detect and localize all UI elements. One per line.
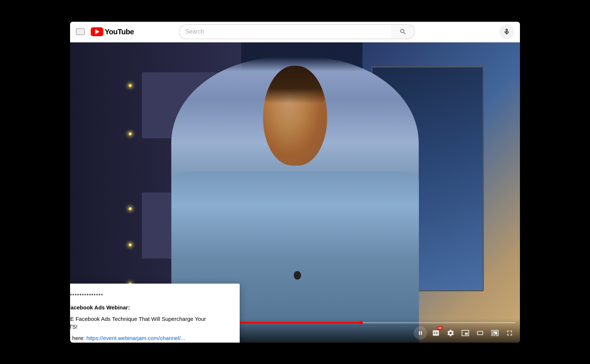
fullscreen-button[interactable]: [504, 327, 516, 339]
person-hair: [263, 66, 327, 104]
browser-window: YouTube: [70, 22, 520, 343]
video-player[interactable]: ND: [70, 42, 520, 343]
theater-icon: [476, 329, 484, 337]
youtube-logo-text: YouTube: [105, 28, 134, 36]
search-container: [179, 24, 415, 39]
pause-icon: [417, 330, 423, 336]
miniplayer-button[interactable]: [459, 327, 471, 339]
cc-icon: [432, 329, 440, 337]
header-left: YouTube: [76, 27, 134, 36]
watch-link[interactable]: https://event.webinarjam.com/channel/...: [86, 335, 185, 341]
light-dot-5: [129, 207, 132, 210]
search-bar: [179, 24, 415, 39]
light-dot-7: [129, 243, 132, 246]
cast-icon: [491, 329, 499, 337]
light-dot-3: [129, 132, 132, 135]
microphone-icon: [503, 28, 510, 35]
menu-button[interactable]: [76, 28, 85, 35]
video-content-area: ND: [70, 42, 520, 343]
header-right: [499, 24, 514, 39]
search-input[interactable]: [179, 24, 391, 39]
webinar-title: FREE Facebook Ads Webinar:: [70, 304, 229, 311]
voice-search-button[interactable]: [499, 24, 514, 39]
watch-link-line: Watch it here: https://event.webinarjam.…: [70, 335, 229, 341]
search-icon: [399, 28, 407, 35]
description-stars: **********************: [70, 292, 229, 298]
theater-mode-button[interactable]: [474, 327, 486, 339]
youtube-logo-icon: [91, 27, 103, 36]
webinar-subtitle: The ONE Facebook Ads Technique That Will…: [70, 315, 229, 330]
youtube-header: YouTube: [70, 22, 520, 42]
search-button[interactable]: [391, 24, 415, 39]
youtube-logo[interactable]: YouTube: [91, 27, 134, 36]
person-head: [263, 66, 327, 166]
miniplayer-icon: [461, 329, 469, 337]
play-pause-button[interactable]: [414, 326, 427, 340]
settings-button[interactable]: [445, 327, 457, 339]
fullscreen-icon: [506, 329, 514, 337]
watch-label: Watch it here:: [70, 335, 85, 341]
cast-button[interactable]: [489, 327, 501, 339]
description-card: ********************** FREE Facebook Ads…: [70, 284, 240, 343]
nd-badge: ND: [437, 326, 442, 330]
settings-icon: [447, 329, 455, 337]
cc-button[interactable]: ND: [430, 327, 442, 339]
